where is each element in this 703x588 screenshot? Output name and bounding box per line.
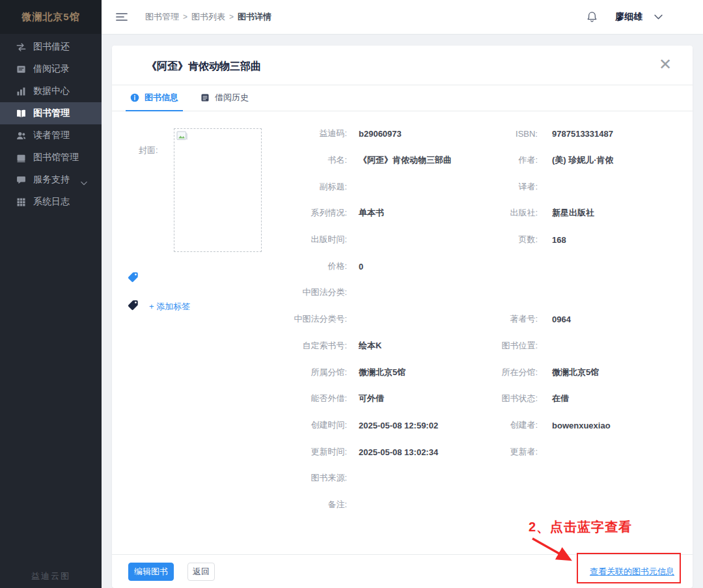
back-button[interactable]: 返回 [187, 563, 215, 581]
field-value: (美) 珍妮儿·肯侬 [552, 154, 614, 166]
notification-bell-icon[interactable] [586, 10, 598, 23]
readers-icon [16, 131, 26, 141]
info-circle-icon [130, 93, 139, 102]
sidebar-item-label: 图书馆管理 [33, 152, 79, 163]
field-label: 益迪码: [112, 128, 347, 139]
field-row: 副标题:译者: [112, 173, 693, 200]
field-label: 创建者: [385, 419, 538, 431]
breadcrumb-separator-icon: > [183, 12, 187, 21]
field-value: 0 [359, 261, 363, 271]
sidebar-item-0[interactable]: 图书借还 [0, 36, 102, 58]
footer-logo: 益迪云图 [0, 570, 102, 582]
field-row: 备注: [112, 492, 693, 518]
field-label: 图书来源: [112, 472, 347, 484]
field-label: 所在分馆: [385, 367, 538, 378]
field-label: 书名: [112, 154, 347, 166]
sidebar-item-label: 图书借还 [33, 41, 70, 53]
breadcrumb: 图书管理 > 图书列表 > 图书详情 [145, 11, 271, 23]
breadcrumb-item[interactable]: 图书管理 [145, 11, 179, 23]
field-label: 所属分馆: [112, 367, 347, 378]
field-value: 9787513331487 [552, 129, 613, 139]
sidebar-item-label: 图书管理 [33, 107, 70, 119]
field-label: 价格: [112, 260, 347, 272]
sidebar-item-4[interactable]: 读者管理 [0, 124, 102, 147]
field-label: 备注: [112, 499, 347, 511]
field-value: 新星出版社 [552, 207, 594, 219]
field-label: 译者: [385, 181, 538, 193]
field-label: 出版时间: [112, 234, 347, 245]
annotation-text: 2、点击蓝字查看 [529, 518, 632, 536]
collapse-menu-icon[interactable] [116, 12, 128, 21]
system-logs-icon [16, 197, 26, 207]
field-row: 中图法分类: [112, 279, 693, 306]
field-value: 绘本K [359, 340, 381, 352]
username[interactable]: 廖细雄 [615, 11, 642, 23]
history-list-icon [200, 93, 210, 102]
field-row: 书名:《阿歪》肯侬动物三部曲作者:(美) 珍妮儿·肯侬 [112, 147, 693, 174]
tab-book-info[interactable]: 图书信息 [126, 85, 183, 111]
field-value: 168 [552, 235, 566, 245]
tab-borrow-history[interactable]: 借阅历史 [196, 85, 253, 111]
field-label: 图书状态: [385, 393, 538, 404]
tab-label: 借阅历史 [215, 92, 249, 104]
field-row: 系列情况:单本书出版社:新星出版社 [112, 200, 693, 227]
breadcrumb-item-current: 图书详情 [238, 11, 271, 23]
field-label: 著者号: [385, 313, 538, 325]
field-row: 所属分馆:微澜北京5馆所在分馆:微澜北京5馆 [112, 359, 693, 385]
field-label: 中图法分类号: [112, 313, 347, 325]
field-row: 价格:0 [112, 253, 693, 279]
field-value: 0964 [552, 315, 571, 324]
sidebar-item-6[interactable]: 服务支持 [0, 169, 102, 191]
card-footer: 编辑图书 返回 查看关联的图书元信息 [112, 554, 693, 588]
field-row: 图书来源: [112, 465, 693, 492]
field-label: 副标题: [112, 181, 347, 193]
field-value: 微澜北京5馆 [552, 367, 599, 378]
edit-book-button[interactable]: 编辑图书 [128, 563, 174, 581]
sidebar-item-label: 读者管理 [33, 130, 70, 141]
data-center-icon [16, 87, 26, 96]
card-header: 《阿歪》肯侬动物三部曲 ✕ [112, 46, 693, 85]
field-row: 出版时间:页数:168 [112, 227, 693, 253]
book-management-icon [16, 109, 26, 119]
field-rows: 益迪码:b29060973ISBN:9787513331487书名:《阿歪》肯侬… [112, 120, 693, 518]
field-label: 能否外借: [112, 393, 347, 404]
related-meta-link[interactable]: 查看关联的图书元信息 [590, 566, 674, 578]
sidebar-item-label: 服务支持 [33, 174, 70, 186]
field-label: 图书位置: [385, 340, 538, 352]
close-icon[interactable]: ✕ [659, 57, 672, 72]
field-row: 中图法分类号:著者号:0964 [112, 306, 693, 333]
tab-label: 图书信息 [145, 92, 178, 104]
field-row: 自定索书号:绘本K图书位置: [112, 333, 693, 359]
field-label: 中图法分类: [112, 287, 347, 298]
chevron-down-icon [81, 177, 87, 188]
sidebar-item-2[interactable]: 数据中心 [0, 80, 102, 102]
field-label: 创建时间: [112, 419, 347, 431]
sidebar-item-7[interactable]: 系统日志 [0, 191, 102, 213]
detail-card: 《阿歪》肯侬动物三部曲 ✕ 图书信息 借阅历史 封面: [112, 46, 693, 588]
field-row: 创建时间:2025-05-08 12:59:02创建者:bowenxuexiao [112, 412, 693, 439]
field-value: 单本书 [359, 207, 384, 219]
field-label: 页数: [385, 234, 538, 245]
book-info-form: 封面: + 添加标签 益迪码:b29060973ISBN:97875133314… [112, 111, 693, 553]
sidebar-menu: 图书借还借阅记录数据中心图书管理读者管理图书馆管理服务支持系统日志 [0, 36, 102, 213]
field-row: 益迪码:b29060973ISBN:9787513331487 [112, 120, 693, 147]
field-label: 更新时间: [112, 446, 347, 458]
user-chevron-down-icon[interactable] [654, 14, 663, 20]
sidebar: 微澜北京5馆 图书借还借阅记录数据中心图书管理读者管理图书馆管理服务支持系统日志… [0, 0, 102, 588]
field-label: 更新者: [385, 446, 538, 458]
field-value: 可外借 [359, 393, 384, 404]
field-label: 系列情况: [112, 207, 347, 219]
borrow-return-icon [16, 42, 26, 52]
field-label: 出版社: [385, 207, 538, 219]
field-value: bowenxuexiao [552, 420, 611, 430]
sidebar-item-3[interactable]: 图书管理 [0, 102, 102, 124]
field-label: 作者: [385, 154, 538, 166]
sidebar-item-5[interactable]: 图书馆管理 [0, 147, 102, 169]
sidebar-item-1[interactable]: 借阅记录 [0, 58, 102, 80]
field-row: 能否外借:可外借图书状态:在借 [112, 385, 693, 412]
breadcrumb-item[interactable]: 图书列表 [191, 11, 225, 23]
breadcrumb-separator-icon: > [229, 12, 234, 21]
support-icon [16, 175, 26, 185]
app-logo: 微澜北京5馆 [0, 0, 102, 34]
topbar-right: 廖细雄 [586, 10, 703, 23]
